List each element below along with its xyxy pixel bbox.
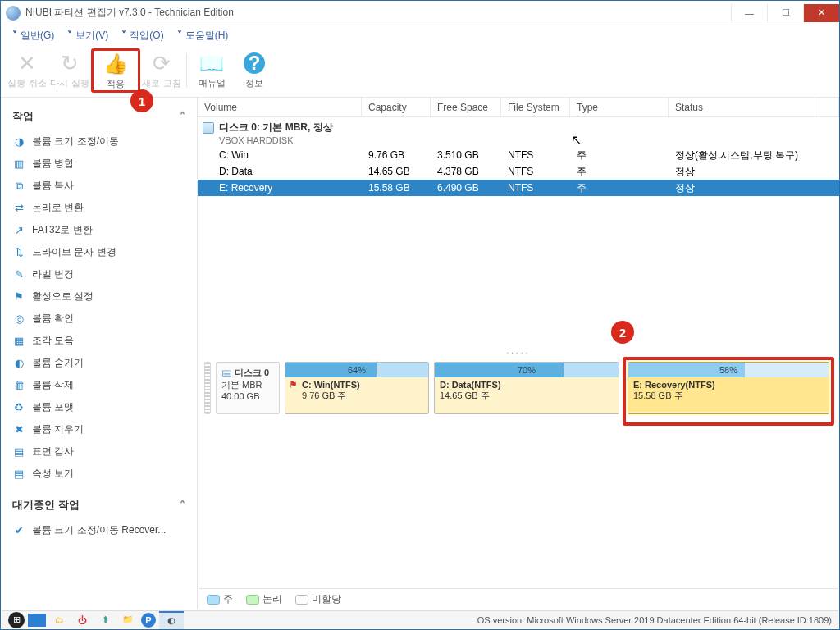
explorer-icon[interactable]: 🗂 xyxy=(49,611,69,629)
defrag-icon: ▦ xyxy=(12,335,25,348)
toolbar-separator xyxy=(186,53,187,88)
os-version: OS version: Microsoft Windows Server 201… xyxy=(477,615,832,625)
scan-icon: ▤ xyxy=(12,445,25,459)
copy-icon: ⧉ xyxy=(12,180,25,193)
sidebar-item-copy[interactable]: ⧉볼륨 복사 xyxy=(7,175,190,197)
merge-icon: ▥ xyxy=(12,158,25,171)
menu-help[interactable]: 도움말(H) xyxy=(177,29,229,43)
menu-bar: 일반(G) 보기(V) 작업(O) 도움말(H) xyxy=(1,25,839,45)
app-icon-2[interactable]: 📁 xyxy=(118,611,138,629)
title-bar: NIUBI 파티션 편집기 v7.3.0 - Technician Editio… xyxy=(1,1,839,25)
list-icon: ▤ xyxy=(12,468,25,481)
format-icon: ♻ xyxy=(12,401,25,414)
disk-map: 🖴 디스크 0 기본 MBR 40.00 GB 64% ⚑ C: Win(NTF… xyxy=(198,357,839,421)
col-end xyxy=(819,98,839,116)
sidebar-section-pending[interactable]: 대기중인 작업 ˄ xyxy=(7,491,190,519)
table-row-selected[interactable]: E: Recovery 15.58 GB 6.490 GB NTFS 주 정상 xyxy=(198,180,839,196)
sidebar-item-hide[interactable]: ◐볼륨 숨기기 xyxy=(7,352,190,374)
edit-icon: ✎ xyxy=(12,268,25,281)
maximize-button[interactable]: ☐ xyxy=(767,4,803,22)
sidebar-item-props[interactable]: ▤속성 보기 xyxy=(7,463,190,485)
sidebar-item-resize[interactable]: ◑볼륨 크기 조정/이동 xyxy=(7,130,190,153)
taskview-icon[interactable] xyxy=(28,614,46,627)
minimize-button[interactable]: — xyxy=(731,4,767,22)
flag-icon: ⚑ xyxy=(12,290,25,304)
sidebar-item-defrag[interactable]: ▦조각 모음 xyxy=(7,330,190,352)
redo-icon xyxy=(57,51,82,75)
checkmark-icon: ✔ xyxy=(12,524,25,537)
splitter[interactable]: ..... xyxy=(198,345,839,357)
status-bar: ⊞ 🗂 ⏻ ⬆ 📁 P ◐ OS version: Microsoft Wind… xyxy=(2,610,838,628)
undo-button[interactable]: 실행 취소 xyxy=(6,51,48,89)
sidebar-item-to-fat32[interactable]: ↗FAT32로 변환 xyxy=(7,219,190,241)
window-title: NIUBI 파티션 편집기 v7.3.0 - Technician Editio… xyxy=(25,6,234,20)
refresh-icon xyxy=(149,51,174,75)
disk-block[interactable]: 🖴 디스크 0 기본 MBR 40.00 GB xyxy=(216,362,280,414)
sidebar-item-label[interactable]: ✎라벨 변경 xyxy=(7,263,190,285)
apply-highlight: 👍 적용 xyxy=(91,48,140,93)
menu-action[interactable]: 작업(O) xyxy=(121,29,163,43)
partition-c[interactable]: 64% ⚑ C: Win(NTFS)9.76 GB 주 xyxy=(285,362,429,414)
legend: 주 논리 미할당 xyxy=(199,588,838,609)
sidebar-item-check[interactable]: ◎볼륨 확인 xyxy=(7,308,190,330)
col-status[interactable]: Status xyxy=(669,98,819,116)
hide-icon: ◐ xyxy=(12,357,25,370)
volume-rows: C: Win 9.76 GB 3.510 GB NTFS 주 정상(활성,시스템… xyxy=(198,147,839,196)
app-icon-3[interactable]: P xyxy=(141,613,156,628)
swatch-unalloc xyxy=(295,595,308,605)
question-icon xyxy=(242,51,267,75)
col-volume[interactable]: Volume xyxy=(198,98,362,116)
letter-icon: ⇅ xyxy=(12,246,25,259)
redo-button[interactable]: 다시 실행 xyxy=(48,51,91,89)
book-icon xyxy=(199,51,224,75)
wipe-icon: ✖ xyxy=(12,423,25,436)
sidebar-item-merge[interactable]: ▥볼륨 병합 xyxy=(7,153,190,175)
trash-icon: 🗑 xyxy=(12,379,25,392)
disk-header[interactable]: 디스크 0: 기본 MBR, 정상 VBOX HARDDISK xyxy=(198,117,839,147)
sidebar-item-to-logical[interactable]: ⇄논리로 변환 xyxy=(7,197,190,219)
col-capacity[interactable]: Capacity xyxy=(362,98,431,116)
niubi-icon[interactable]: ◐ xyxy=(159,611,184,629)
sidebar-item-format[interactable]: ♻볼륨 포맷 xyxy=(7,396,190,418)
power-icon[interactable]: ⏻ xyxy=(72,611,92,629)
partition-d[interactable]: 70% D: Data(NTFS)14.65 GB 주 xyxy=(434,362,619,414)
convert-icon: ⇄ xyxy=(12,202,25,215)
disk-icon xyxy=(203,122,214,134)
swatch-logical xyxy=(246,595,259,605)
chevron-up-icon: ˄ xyxy=(180,110,185,123)
drag-handle[interactable] xyxy=(204,362,211,414)
table-row[interactable]: C: Win 9.76 GB 3.510 GB NTFS 주 정상(활성,시스템… xyxy=(198,147,839,163)
sidebar-item-surface[interactable]: ▤표면 검사 xyxy=(7,441,190,463)
sidebar-section-ops[interactable]: 작업 ˄ xyxy=(7,103,190,130)
table-row[interactable]: D: Data 14.65 GB 4.378 GB NTFS 주 정상 xyxy=(198,163,839,180)
app-icon-1[interactable]: ⬆ xyxy=(95,611,115,629)
check-icon: ◎ xyxy=(12,313,25,326)
callout-2: 2 xyxy=(611,321,634,344)
sidebar-item-delete[interactable]: 🗑볼륨 삭제 xyxy=(7,374,190,396)
column-headers: Volume Capacity Free Space File System T… xyxy=(198,98,839,117)
menu-general[interactable]: 일반(G) xyxy=(12,29,54,43)
partition-e[interactable]: 58% E: Recovery(NTFS)15.58 GB 주 xyxy=(628,362,829,414)
apply-button[interactable]: 👍 적용 xyxy=(94,52,137,90)
col-type[interactable]: Type xyxy=(570,98,669,116)
toolbar: 실행 취소 다시 실행 👍 적용 새로 고침 매뉴얼 정보 1 xyxy=(1,45,839,98)
hdd-icon: 🖴 xyxy=(221,366,232,378)
resize-icon: ◑ xyxy=(12,135,25,148)
manual-button[interactable]: 매뉴얼 xyxy=(190,51,233,89)
refresh-button[interactable]: 새로 고침 xyxy=(140,51,183,89)
info-button[interactable]: 정보 xyxy=(233,51,276,89)
sidebar-item-set-active[interactable]: ⚑활성으로 설정 xyxy=(7,285,190,308)
col-fs[interactable]: File System xyxy=(501,98,570,116)
start-icon[interactable]: ⊞ xyxy=(8,612,25,628)
close-button[interactable]: ✕ xyxy=(803,4,839,22)
chevron-up-icon: ˄ xyxy=(180,499,185,512)
thumbs-up-icon: 👍 xyxy=(103,52,128,76)
sidebar-item-wipe[interactable]: ✖볼륨 지우기 xyxy=(7,418,190,441)
col-free[interactable]: Free Space xyxy=(431,98,501,116)
fat32-icon: ↗ xyxy=(12,224,25,237)
app-icon xyxy=(6,6,21,21)
pending-item-0[interactable]: ✔볼륨 크기 조정/이동 Recover... xyxy=(7,519,190,541)
sidebar-item-drive-letter[interactable]: ⇅드라이브 문자 변경 xyxy=(7,241,190,263)
x-icon xyxy=(15,51,39,75)
menu-view[interactable]: 보기(V) xyxy=(67,29,108,43)
